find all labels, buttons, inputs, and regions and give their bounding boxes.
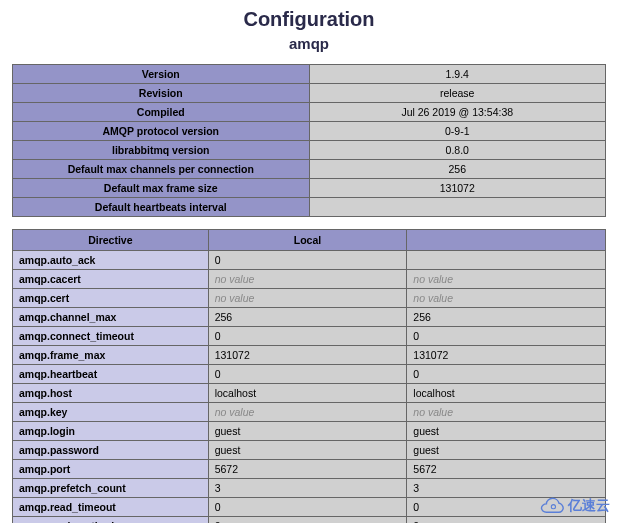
directives-table: Directive Local amqp.auto_ack0amqp.cacer…: [12, 229, 606, 523]
directive-master: 256: [407, 308, 606, 327]
watermark: 亿速云: [538, 497, 610, 515]
directive-master: guest: [407, 441, 606, 460]
info-label: Default heartbeats interval: [13, 198, 310, 217]
header-local: Local: [208, 230, 407, 251]
directive-name: amqp.channel_max: [13, 308, 209, 327]
directive-name: amqp.frame_max: [13, 346, 209, 365]
info-label: Compiled: [13, 103, 310, 122]
info-label: Default max frame size: [13, 179, 310, 198]
info-row: Version1.9.4: [13, 65, 606, 84]
directive-name: amqp.key: [13, 403, 209, 422]
directive-name: amqp.read_timeout: [13, 498, 209, 517]
directive-master: 0: [407, 517, 606, 524]
table-row: amqp.prefetch_count33: [13, 479, 606, 498]
directive-master: guest: [407, 422, 606, 441]
directive-name: amqp.heartbeat: [13, 365, 209, 384]
table-row: amqp.heartbeat00: [13, 365, 606, 384]
directive-name: amqp.connect_timeout: [13, 327, 209, 346]
info-value: release: [309, 84, 606, 103]
info-value: 131072: [309, 179, 606, 198]
table-row: amqp.connect_timeout00: [13, 327, 606, 346]
table-row: amqp.channel_max256256: [13, 308, 606, 327]
table-row: amqp.certno valueno value: [13, 289, 606, 308]
table-row: amqp.sasl_method00: [13, 517, 606, 524]
info-label: AMQP protocol version: [13, 122, 310, 141]
directive-name: amqp.host: [13, 384, 209, 403]
header-directive: Directive: [13, 230, 209, 251]
directive-name: amqp.login: [13, 422, 209, 441]
table-row: amqp.keyno valueno value: [13, 403, 606, 422]
directive-local: 0: [208, 517, 407, 524]
info-row: Revisionrelease: [13, 84, 606, 103]
table-row: amqp.read_timeout00: [13, 498, 606, 517]
table-row: amqp.passwordguestguest: [13, 441, 606, 460]
table-row: amqp.hostlocalhostlocalhost: [13, 384, 606, 403]
page-title: Configuration: [0, 8, 618, 31]
directive-local: no value: [208, 270, 407, 289]
directive-name: amqp.cert: [13, 289, 209, 308]
info-label: Default max channels per connection: [13, 160, 310, 179]
info-row: librabbitmq version0.8.0: [13, 141, 606, 160]
directive-local: 131072: [208, 346, 407, 365]
directive-name: amqp.password: [13, 441, 209, 460]
table-row: amqp.cacertno valueno value: [13, 270, 606, 289]
directive-master: no value: [407, 289, 606, 308]
directive-local: 0: [208, 365, 407, 384]
info-value: [309, 198, 606, 217]
directive-local: 5672: [208, 460, 407, 479]
directives-header: Directive Local: [13, 230, 606, 251]
module-name: amqp: [0, 35, 618, 52]
directive-name: amqp.cacert: [13, 270, 209, 289]
info-value: 0-9-1: [309, 122, 606, 141]
directive-name: amqp.sasl_method: [13, 517, 209, 524]
cloud-icon: [538, 497, 566, 515]
info-row: CompiledJul 26 2019 @ 13:54:38: [13, 103, 606, 122]
watermark-text: 亿速云: [568, 497, 610, 515]
table-row: amqp.auto_ack0: [13, 251, 606, 270]
directive-name: amqp.auto_ack: [13, 251, 209, 270]
info-row: AMQP protocol version0-9-1: [13, 122, 606, 141]
directive-local: guest: [208, 422, 407, 441]
directive-local: localhost: [208, 384, 407, 403]
info-table: Version1.9.4RevisionreleaseCompiledJul 2…: [12, 64, 606, 217]
info-label: Revision: [13, 84, 310, 103]
directive-local: 0: [208, 251, 407, 270]
directive-master: 131072: [407, 346, 606, 365]
directive-local: 3: [208, 479, 407, 498]
info-label: librabbitmq version: [13, 141, 310, 160]
directive-local: 0: [208, 498, 407, 517]
directive-name: amqp.port: [13, 460, 209, 479]
table-row: amqp.loginguestguest: [13, 422, 606, 441]
info-row: Default max frame size131072: [13, 179, 606, 198]
directive-master: no value: [407, 403, 606, 422]
info-value: 1.9.4: [309, 65, 606, 84]
directive-master: no value: [407, 270, 606, 289]
directive-master: 3: [407, 479, 606, 498]
header-master: [407, 230, 606, 251]
directive-master: [407, 251, 606, 270]
directive-local: 256: [208, 308, 407, 327]
table-row: amqp.port56725672: [13, 460, 606, 479]
directive-master: localhost: [407, 384, 606, 403]
info-value: 0.8.0: [309, 141, 606, 160]
directive-local: no value: [208, 403, 407, 422]
directive-master: 0: [407, 327, 606, 346]
directive-master: 0: [407, 365, 606, 384]
directive-master: 5672: [407, 460, 606, 479]
info-row: Default max channels per connection256: [13, 160, 606, 179]
info-row: Default heartbeats interval: [13, 198, 606, 217]
info-value: Jul 26 2019 @ 13:54:38: [309, 103, 606, 122]
table-row: amqp.frame_max131072131072: [13, 346, 606, 365]
directive-local: guest: [208, 441, 407, 460]
info-value: 256: [309, 160, 606, 179]
directive-local: no value: [208, 289, 407, 308]
info-label: Version: [13, 65, 310, 84]
directive-name: amqp.prefetch_count: [13, 479, 209, 498]
svg-point-0: [551, 505, 555, 509]
directive-local: 0: [208, 327, 407, 346]
